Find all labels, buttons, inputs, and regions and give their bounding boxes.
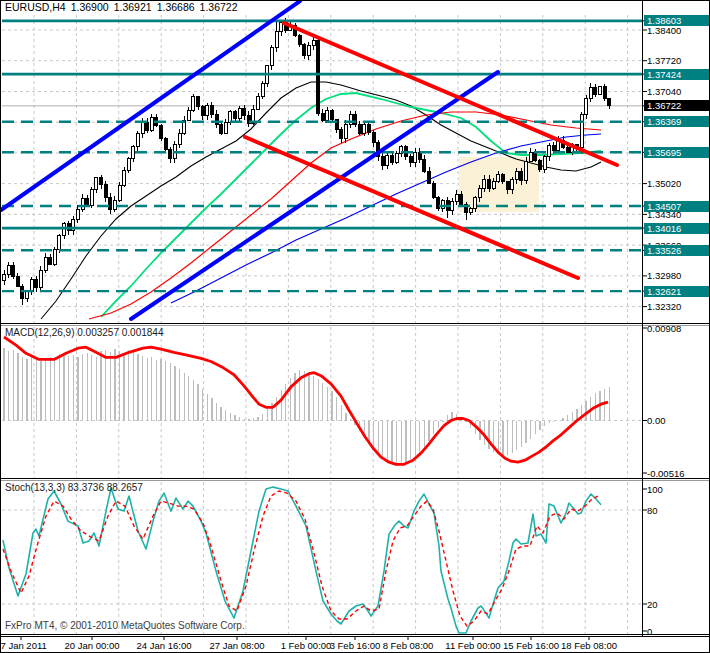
price-axis-label: 1.37720 (644, 55, 710, 66)
time-axis-label: 18 Feb 08:00 (561, 640, 617, 651)
platform-copyright: FxPro MT4, © 2001-2010 MetaQuotes Softwa… (5, 620, 245, 631)
level-price-label: 1.37424 (644, 69, 710, 80)
level-price-label: 1.38603 (644, 15, 710, 26)
chart-title: EURUSD,H41.369001.369211.366861.36722 (5, 2, 243, 13)
level-price-label: 1.36369 (644, 116, 710, 127)
high-price: 1.36921 (114, 1, 152, 13)
price-axis-label: 1.32320 (644, 301, 710, 312)
open-price: 1.36900 (71, 1, 109, 13)
symbol-period-label: EURUSD,H4 (5, 1, 66, 13)
time-axis-label: 1 Feb 00:00 (281, 640, 332, 651)
time-axis-label: 8 Feb 08:00 (383, 640, 434, 651)
level-price-label: 1.34016 (644, 223, 710, 234)
stoch-k-line (3, 487, 601, 633)
level-price-label: 1.32621 (644, 286, 710, 297)
macd-indicator-label: MACD(12,26,9) 0.003257 0.001844 (5, 327, 163, 338)
price-axis-label: 1.37040 (644, 86, 710, 97)
price-axis-label: 1.35020 (644, 178, 710, 189)
time-axis-label: 27 Jan 08:00 (210, 640, 265, 651)
price-axis-label: 1.32980 (644, 270, 710, 281)
time-axis-label: 20 Jan 00:00 (65, 640, 120, 651)
level-price-label: 1.34507 (644, 201, 710, 212)
stoch-axis-label: 20 (644, 599, 710, 610)
time-axis-label: 3 Feb 16:00 (330, 640, 381, 651)
time-axis-label: 24 Jan 16:00 (137, 640, 192, 651)
mt4-chart-window: EURUSD,H41.369001.369211.366861.36722 MA… (0, 0, 710, 653)
macd-axis-label: -0.00516 (644, 468, 710, 479)
stoch-axis-label: 0 (644, 626, 710, 637)
support-resistance-levels (2, 21, 642, 291)
level-price-label: 1.35695 (644, 147, 710, 158)
level-price-label: 1.33526 (644, 245, 710, 256)
current-price-label: 1.36722 (644, 100, 710, 111)
time-axis-label: 17 Jan 2011 (0, 640, 47, 651)
stoch-axis-label: 100 (644, 484, 710, 495)
macd-histogram (4, 348, 609, 463)
macd-axis-label: 0.00 (644, 415, 710, 426)
close-price: 1.36722 (200, 1, 238, 13)
time-axis-label: 15 Feb 16:00 (503, 640, 559, 651)
stochastic-indicator-label: Stoch(13,3,3) 83.3736 88.2657 (5, 482, 143, 493)
low-price: 1.36686 (157, 1, 195, 13)
time-axis-label: 11 Feb 00:00 (445, 640, 500, 651)
macd-axis-label: 0.00908 (644, 323, 710, 334)
stoch-axis-label: 80 (644, 505, 710, 516)
